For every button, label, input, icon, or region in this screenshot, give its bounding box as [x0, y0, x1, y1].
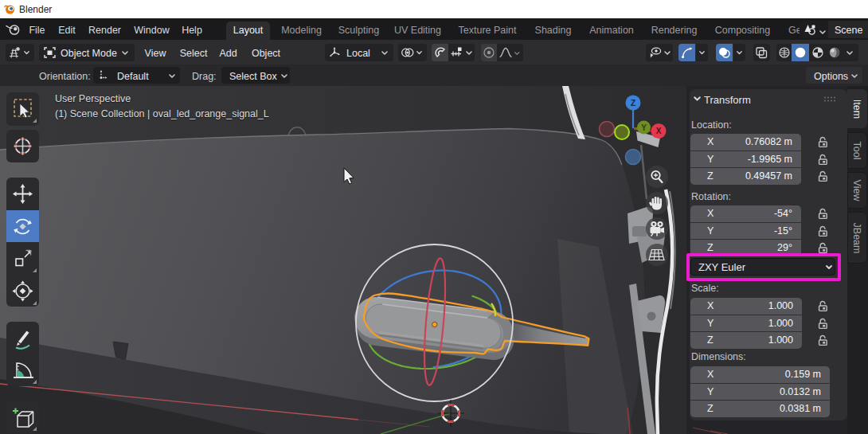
- svg-text:Z: Z: [631, 99, 635, 108]
- svg-text:Y: Y: [641, 123, 647, 132]
- svg-text:X: X: [656, 127, 662, 135]
